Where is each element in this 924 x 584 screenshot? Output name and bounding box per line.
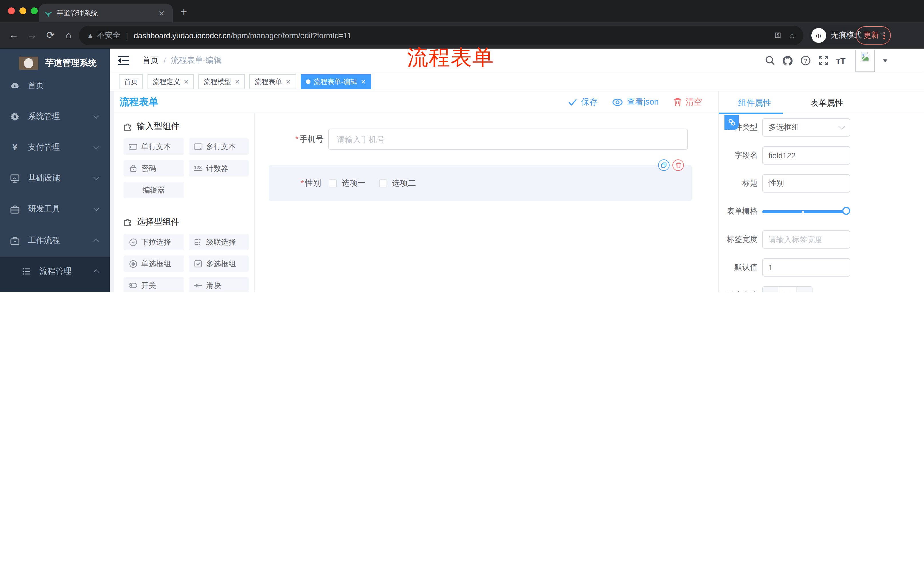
gear-icon (10, 112, 20, 121)
save-button[interactable]: 保存 (569, 97, 598, 107)
stepper-minus-button[interactable]: − (763, 287, 778, 292)
tag-close-icon[interactable]: ✕ (285, 78, 291, 86)
gender-field-label: *性别 (301, 178, 321, 188)
browser-tab[interactable]: 芋道管理系统 ✕ (39, 4, 173, 22)
tag-close-icon[interactable]: ✕ (361, 78, 366, 86)
github-icon[interactable] (782, 55, 793, 66)
component-editor[interactable]: 编辑器 (124, 182, 184, 198)
tag-process-definition[interactable]: 流程定义✕ (147, 74, 194, 89)
delete-component-button[interactable] (672, 160, 684, 171)
sidebar-item-workflow[interactable]: 工作流程 (0, 228, 110, 253)
breadcrumb-home[interactable]: 首页 (142, 56, 158, 66)
form-canvas: *手机号 *性别 选项一 选项二 (255, 113, 718, 292)
component-radio-group[interactable]: 单选框组 (124, 255, 184, 272)
tag-process-form-edit[interactable]: 流程表单-编辑✕ (300, 74, 371, 89)
font-size-icon[interactable]: тT (835, 55, 846, 66)
forward-icon[interactable]: → (26, 30, 38, 41)
chevron-up-icon (94, 239, 99, 244)
sidebar-item-system[interactable]: 系统管理 (0, 104, 110, 129)
avatar[interactable] (855, 49, 875, 72)
copy-component-button[interactable] (658, 160, 670, 171)
prop-label: 表单栅格 (719, 206, 757, 217)
component-switch[interactable]: 开关 (124, 277, 184, 292)
tag-process-model[interactable]: 流程模型✕ (198, 74, 245, 89)
main-area: 首页 / 流程表单-编辑 ? тT 首页 流程定义✕ 流程模型✕ (110, 49, 924, 292)
sidebar: 芋道管理系统 首页 系统管理 ¥ 支付管理 基础设施 (0, 49, 110, 292)
checkbox-option2[interactable] (380, 179, 388, 187)
phone-field-input[interactable] (328, 128, 688, 150)
yen-icon: ¥ (10, 143, 20, 152)
tab-close-icon[interactable]: ✕ (156, 9, 167, 17)
bind-field-button[interactable] (724, 115, 739, 130)
broken-image-icon (861, 51, 870, 61)
bookmark-star-icon[interactable]: ☆ (789, 31, 795, 40)
svg-text:?: ? (804, 58, 807, 64)
help-icon[interactable]: ? (800, 55, 811, 66)
sidebar-item-payment[interactable]: ¥ 支付管理 (0, 135, 110, 160)
minimize-window-button[interactable] (20, 7, 26, 14)
chevron-down-icon (838, 123, 845, 130)
security-label: 不安全 (97, 30, 120, 41)
tag-home[interactable]: 首页 (119, 74, 143, 89)
prop-title-row: 标题 (719, 174, 924, 192)
form-grid-slider[interactable] (762, 202, 850, 220)
breadcrumb-current: 流程表单-编辑 (171, 56, 221, 66)
tab-component-props[interactable]: 组件属性 (719, 91, 791, 114)
close-window-button[interactable] (8, 7, 15, 14)
slider-icon (193, 283, 202, 288)
sidebar-item-infra[interactable]: 基础设施 (0, 166, 110, 191)
slider-handle[interactable] (842, 207, 850, 215)
tag-close-icon[interactable]: ✕ (183, 78, 189, 86)
tab-form-props[interactable]: 表单属性 (791, 91, 863, 114)
briefcase-icon (10, 236, 20, 245)
field-name-input[interactable] (762, 146, 850, 165)
back-icon[interactable]: ← (8, 30, 20, 41)
number-icon: 123 (193, 165, 202, 171)
phone-field-label: *手机号 (255, 134, 323, 144)
component-type-select[interactable]: 多选框组 (762, 118, 850, 137)
screen: 芋道管理系统 ✕ + ← → ⟳ ⌂ ▲ 不安全 | dashboard.yud… (0, 0, 924, 292)
sidebar-item-devtools[interactable]: 研发工具 (0, 197, 110, 222)
component-slider[interactable]: 滑块 (188, 277, 249, 292)
component-multi-text[interactable]: 多行文本 (188, 138, 249, 155)
checkbox-option1[interactable] (329, 179, 337, 187)
title-input[interactable] (762, 174, 850, 192)
stepper-plus-button[interactable]: + (797, 287, 812, 292)
key-icon[interactable]: ⚿ (775, 31, 781, 40)
fullscreen-icon[interactable] (818, 55, 828, 66)
phone-field-row[interactable]: *手机号 (255, 128, 688, 150)
dropdown-caret-icon[interactable] (879, 33, 885, 36)
browser-update-button[interactable]: 更新 (856, 26, 891, 44)
default-value-input[interactable] (762, 258, 850, 276)
avatar-caret-icon[interactable] (883, 59, 888, 62)
stepper-value[interactable]: 至少应选 (778, 287, 797, 292)
reload-icon[interactable]: ⟳ (45, 30, 56, 41)
page-title: 流程表单 (119, 95, 158, 109)
sidebar-item-process-mgmt[interactable]: 流程管理 (0, 259, 110, 284)
sidebar-collapse-icon[interactable] (118, 56, 129, 65)
component-password[interactable]: 密码 (124, 160, 184, 176)
label-width-input[interactable] (762, 230, 850, 248)
component-cascader[interactable]: 级联选择 (188, 234, 249, 250)
component-checkbox-group[interactable]: 多选框组 (188, 255, 249, 272)
component-single-text[interactable]: 单行文本 (124, 138, 184, 155)
tag-close-icon[interactable]: ✕ (234, 78, 239, 86)
sidebar-item-process-form[interactable]: 流程表单 (0, 289, 110, 292)
view-json-button[interactable]: 查看json (613, 97, 659, 107)
home-icon[interactable]: ⌂ (63, 30, 74, 41)
properties-panel: 组件属性 表单属性 组件类型 多选框组 (718, 91, 924, 292)
chevron-down-icon (94, 144, 99, 150)
new-tab-button[interactable]: + (181, 6, 187, 17)
component-select[interactable]: 下拉选择 (124, 234, 184, 250)
prop-type-row: 组件类型 多选框组 (719, 118, 924, 137)
component-counter[interactable]: 123计数器 (188, 160, 249, 176)
address-bar[interactable]: ▲ 不安全 | dashboard.yudao.iocoder.cn/bpm/m… (79, 26, 804, 45)
sidebar-item-home[interactable]: 首页 (0, 73, 110, 98)
zoom-window-button[interactable] (31, 7, 38, 14)
tag-process-form[interactable]: 流程表单✕ (249, 74, 296, 89)
tab-favicon (45, 10, 52, 17)
search-icon[interactable] (764, 55, 776, 66)
clear-button[interactable]: 清空 (673, 97, 702, 107)
gender-field-row[interactable]: *性别 选项一 选项二 (269, 165, 692, 201)
toolbox-icon (10, 204, 20, 214)
